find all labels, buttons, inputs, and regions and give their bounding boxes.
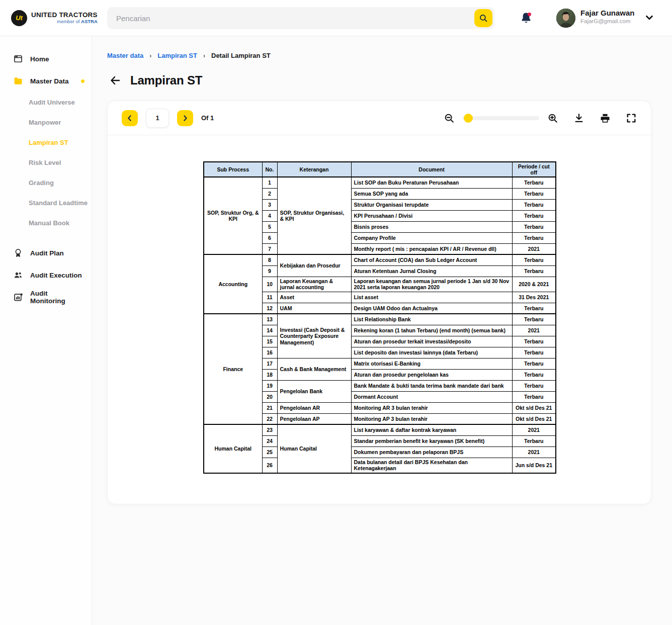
- row-number-cell: 24: [262, 435, 277, 447]
- search-button[interactable]: [474, 9, 492, 27]
- row-number-cell: 12: [262, 303, 277, 314]
- page-number-input[interactable]: [146, 109, 169, 128]
- periode-cell: Okt s/d Des 21: [512, 402, 556, 413]
- sidebar-item-lampiran-st[interactable]: Lampiran ST: [0, 132, 92, 152]
- document-cell: Bisnis proses: [351, 221, 512, 232]
- document-cell: Bank Mandate & bukti tanda terima bank m…: [351, 380, 512, 391]
- breadcrumb-master-data[interactable]: Master data: [107, 52, 143, 59]
- periode-cell: Terbaru: [512, 177, 556, 188]
- sub-process-cell: Accounting: [204, 254, 262, 314]
- total-pages-label: Of 1: [201, 114, 214, 122]
- periode-cell: 2021: [512, 447, 556, 458]
- chevron-down-icon: [644, 12, 655, 23]
- row-number-cell: 10: [262, 277, 277, 292]
- home-icon: [13, 54, 23, 64]
- document-cell: Aturan dan prosedur terkait investasi/de…: [351, 336, 512, 347]
- row-number-cell: 5: [262, 221, 277, 232]
- table-row: SOP, Struktur Org, & KPI1SOP, Struktur O…: [204, 177, 556, 188]
- breadcrumb-current: Detail Lampiran ST: [211, 52, 271, 59]
- bell-icon: [519, 11, 533, 25]
- sidebar-item-grading[interactable]: Grading: [0, 172, 92, 193]
- periode-cell: Terbaru: [512, 358, 556, 369]
- fullscreen-icon[interactable]: [626, 113, 637, 124]
- periode-cell: Okt s/d Des 21: [512, 413, 556, 424]
- sidebar-item-audit-execution[interactable]: Audit Execution: [0, 264, 92, 286]
- people-icon: [13, 270, 23, 280]
- united-tractors-monogram-icon: Ut: [11, 10, 27, 26]
- periode-cell: Terbaru: [512, 188, 556, 199]
- periode-cell: Terbaru: [512, 265, 556, 277]
- keterangan-cell: Kebijakan dan Prosedur: [277, 254, 351, 277]
- zoom-in-icon[interactable]: [547, 113, 558, 124]
- document-cell: Monitoring AR 3 bulan terahir: [351, 402, 512, 413]
- viewer-toolbar: Of 1: [108, 101, 651, 135]
- sidebar-item-audit-plan[interactable]: Audit Plan: [0, 242, 92, 264]
- download-icon[interactable]: [573, 113, 584, 124]
- keterangan-cell: SOP, Struktur Organisasi, & KPI: [277, 177, 351, 254]
- keterangan-cell: Asset: [277, 292, 351, 303]
- search-icon: [479, 14, 488, 23]
- user-name: Fajar Gunawan: [580, 9, 641, 17]
- periode-cell: Terbaru: [512, 336, 556, 347]
- breadcrumb-lampiran-st[interactable]: Lampiran ST: [157, 52, 197, 59]
- sidebar-item-manual-book[interactable]: Manual Book: [0, 213, 92, 233]
- master-data-notification-dot: [81, 79, 85, 83]
- sidebar-item-manpower[interactable]: Manpower: [0, 112, 92, 132]
- periode-cell: Terbaru: [512, 347, 556, 358]
- app-header: Ut UNITED TRACTORS member of ASTRA: [0, 0, 672, 36]
- keterangan-cell: Pengelolaan AP: [277, 413, 351, 424]
- row-number-cell: 26: [262, 458, 277, 473]
- zoom-slider-knob[interactable]: [464, 114, 473, 123]
- print-icon[interactable]: [600, 113, 611, 124]
- document-cell: List SOP dan Buku Peraturan Perusahaan: [351, 177, 512, 188]
- header-periode: Periode / cut off: [512, 162, 556, 177]
- sidebar-item-standard-leadtime[interactable]: Standard Leadtime: [0, 193, 92, 213]
- zoom-slider[interactable]: [463, 116, 539, 120]
- document-cell: Chart of Account (COA) dan Sub Ledger Ac…: [351, 254, 512, 265]
- search-input[interactable]: [107, 7, 494, 29]
- document-cell: Semua SOP yang ada: [351, 188, 512, 199]
- keterangan-cell: Pengelolan Bank: [277, 380, 351, 402]
- document-cell: Standar pemberian benefit ke karyawan (S…: [351, 435, 512, 447]
- periode-cell: Terbaru: [512, 391, 556, 402]
- sidebar-item-audit-universe[interactable]: Audit Universe: [0, 92, 92, 112]
- user-menu[interactable]: Fajar Gunawan FajarG@gmail.com: [580, 9, 641, 24]
- avatar[interactable]: [556, 9, 575, 28]
- periode-cell: Terbaru: [512, 314, 556, 325]
- sidebar-item-risk-level[interactable]: Risk Level: [0, 152, 92, 172]
- document-cell: Dormant Account: [351, 391, 512, 402]
- document-page: Sub Process No. Keterangan Document Peri…: [108, 161, 651, 530]
- user-menu-chevron[interactable]: [644, 12, 655, 23]
- arrow-left-icon: [109, 74, 121, 86]
- document-cell: Struktur Organisasi terupdate: [351, 199, 512, 210]
- periode-cell: 2021: [512, 243, 556, 254]
- notifications-button[interactable]: [519, 11, 533, 25]
- sidebar-item-audit-monitoring[interactable]: Audit Monitoring: [0, 286, 92, 308]
- document-cell: Design UAM Odoo dan Actualnya: [351, 303, 512, 314]
- table-row: Accounting8Kebijakan dan ProsedurChart o…: [204, 254, 556, 265]
- document-cell: List asset: [351, 292, 512, 303]
- row-number-cell: 19: [262, 380, 277, 391]
- table-body: SOP, Struktur Org, & KPI1SOP, Struktur O…: [204, 177, 556, 473]
- document-cell: List deposito dan investasi lainnya (dat…: [351, 347, 512, 358]
- periode-cell: Terbaru: [512, 199, 556, 210]
- header-document: Document: [351, 162, 512, 177]
- search-bar: [107, 7, 494, 29]
- award-icon: [13, 248, 23, 258]
- keterangan-cell: Human Capital: [277, 424, 351, 473]
- sidebar-item-master-data[interactable]: Master Data: [0, 70, 92, 92]
- next-page-button[interactable]: [177, 110, 193, 126]
- document-table: Sub Process No. Keterangan Document Peri…: [203, 161, 556, 474]
- periode-cell: Jun s/d Des 21: [512, 458, 556, 473]
- page-title: Lampiran ST: [130, 73, 202, 87]
- document-cell: List Relationship Bank: [351, 314, 512, 325]
- row-number-cell: 2: [262, 188, 277, 199]
- zoom-out-icon[interactable]: [444, 113, 455, 124]
- back-button[interactable]: [109, 74, 121, 86]
- periode-cell: Terbaru: [512, 380, 556, 391]
- document-cell: Matrix otorisasi E-Banking: [351, 358, 512, 369]
- sidebar-item-home[interactable]: Home: [0, 48, 92, 70]
- row-number-cell: 3: [262, 199, 277, 210]
- row-number-cell: 25: [262, 447, 277, 458]
- previous-page-button[interactable]: [122, 110, 138, 126]
